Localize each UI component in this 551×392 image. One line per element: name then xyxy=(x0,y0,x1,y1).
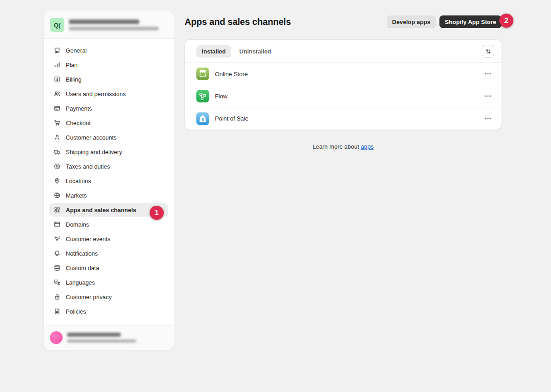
settings-nav: General Plan $ Billing Users and permiss… xyxy=(44,39,174,325)
cart-icon xyxy=(54,119,61,126)
sidebar-item-domains[interactable]: Domains xyxy=(49,218,168,231)
sidebar-item-payments[interactable]: Payments xyxy=(49,102,168,115)
chart-bars-icon xyxy=(54,61,61,68)
receipt-icon: $ xyxy=(54,76,61,83)
annotation-badge-1: 1 xyxy=(150,206,164,220)
store-icon xyxy=(54,47,61,54)
sidebar-item-label: Customer privacy xyxy=(66,294,112,300)
ellipsis-icon xyxy=(484,115,492,122)
app-row-flow[interactable]: Flow xyxy=(185,85,502,107)
person-icon xyxy=(54,134,61,141)
sidebar-item-label: Markets xyxy=(66,192,87,199)
app-row-point-of-sale[interactable]: S Point of Sale xyxy=(185,107,502,130)
database-icon xyxy=(54,264,61,271)
sort-arrows-icon xyxy=(485,48,492,55)
page-title: Apps and sales channels xyxy=(185,17,291,27)
apps-grid-icon xyxy=(54,206,61,213)
percent-icon xyxy=(54,163,61,170)
learn-more-text: Learn more about apps xyxy=(185,143,502,150)
user-avatar xyxy=(50,331,63,344)
sidebar-item-label: Customer accounts xyxy=(66,134,117,141)
sidebar-item-billing[interactable]: $ Billing xyxy=(49,73,168,86)
sidebar-item-customer-privacy[interactable]: Customer privacy xyxy=(49,290,168,304)
sidebar-item-label: Users and permissions xyxy=(66,91,126,97)
sidebar-item-label: Checkout xyxy=(66,120,91,126)
svg-text:$: $ xyxy=(56,77,59,82)
user-name-blurred xyxy=(67,333,121,337)
shopify-settings-page: Q( General Plan $ Billing User xyxy=(0,0,551,392)
annotation-badge-2: 2 xyxy=(499,14,513,28)
sidebar-item-markets[interactable]: Markets xyxy=(49,189,168,202)
sidebar-item-plan[interactable]: Plan xyxy=(49,58,168,72)
app-name: Point of Sale xyxy=(215,115,249,122)
store-email-blurred xyxy=(69,27,159,30)
flow-icon xyxy=(196,90,209,102)
svg-text:A: A xyxy=(55,281,57,283)
globe-icon xyxy=(54,192,61,199)
store-name-blurred xyxy=(69,19,139,24)
sidebar-item-locations[interactable]: Locations xyxy=(49,174,168,188)
ellipsis-icon xyxy=(484,70,492,77)
develop-apps-button[interactable]: Develop apps xyxy=(387,15,436,28)
translate-icon: A xyxy=(54,279,61,286)
sidebar-item-policies[interactable]: Policies xyxy=(49,305,168,318)
store-avatar: Q( xyxy=(50,18,64,32)
app-name: Online Store xyxy=(215,71,248,77)
flow-menu-button[interactable] xyxy=(482,90,494,102)
user-meta xyxy=(67,333,167,343)
document-icon xyxy=(54,308,61,315)
settings-sidebar: Q( General Plan $ Billing User xyxy=(44,11,174,350)
online-store-menu-button[interactable] xyxy=(482,68,494,80)
sidebar-item-label: Billing xyxy=(66,76,82,83)
sidebar-item-languages[interactable]: A Languages xyxy=(49,276,168,289)
svg-text:S: S xyxy=(201,117,204,121)
sidebar-item-customer-events[interactable]: Customer events xyxy=(49,232,168,246)
sidebar-item-label: Customer events xyxy=(66,236,110,242)
sidebar-item-shipping-delivery[interactable]: Shipping and delivery xyxy=(49,145,168,159)
sort-button[interactable] xyxy=(482,45,494,58)
sidebar-item-label: Locations xyxy=(66,178,91,184)
sidebar-item-taxes-duties[interactable]: Taxes and duties xyxy=(49,160,168,173)
sidebar-item-label: Notifications xyxy=(66,250,98,257)
user-email-blurred xyxy=(67,339,136,343)
sidebar-item-customer-accounts[interactable]: Customer accounts xyxy=(49,131,168,144)
apps-card-tabs: Installed Uninstalled xyxy=(185,40,502,63)
header-actions: Develop apps Shopify App Store xyxy=(387,15,502,28)
truck-icon xyxy=(54,148,61,155)
shopify-app-store-button[interactable]: Shopify App Store xyxy=(439,15,502,28)
sidebar-item-notifications[interactable]: Notifications xyxy=(49,247,168,260)
sidebar-item-label: Shipping and delivery xyxy=(66,149,122,155)
store-switcher[interactable]: Q( xyxy=(44,11,174,39)
point-of-sale-icon: S xyxy=(196,112,209,125)
apps-link[interactable]: apps xyxy=(361,143,374,150)
browser-icon xyxy=(54,221,61,228)
sidebar-item-label: Languages xyxy=(66,279,95,286)
app-row-online-store[interactable]: Online Store xyxy=(185,63,502,85)
sidebar-item-custom-data[interactable]: Custom data xyxy=(49,261,168,275)
sidebar-item-checkout[interactable]: Checkout xyxy=(49,116,168,130)
point-of-sale-menu-button[interactable] xyxy=(482,112,494,125)
sidebar-item-label: Domains xyxy=(66,221,89,228)
sidebar-item-label: Payments xyxy=(66,105,92,112)
sidebar-item-label: Plan xyxy=(66,62,78,68)
credit-card-icon xyxy=(54,105,61,112)
pin-icon xyxy=(54,177,61,184)
user-account-footer[interactable] xyxy=(44,325,174,350)
cursor-icon xyxy=(54,235,61,242)
learn-more-label: Learn more about xyxy=(312,143,361,150)
main-header: Apps and sales channels Develop apps Sho… xyxy=(185,0,502,40)
store-initials: Q( xyxy=(54,22,60,29)
tab-uninstalled[interactable]: Uninstalled xyxy=(234,45,277,58)
online-store-icon xyxy=(196,68,209,80)
sidebar-item-label: General xyxy=(66,47,87,54)
sidebar-item-label: Taxes and duties xyxy=(66,163,110,170)
sidebar-item-general[interactable]: General xyxy=(49,44,168,57)
lock-icon xyxy=(54,293,61,300)
store-meta xyxy=(69,19,167,30)
bell-icon xyxy=(54,250,61,257)
users-icon xyxy=(54,90,61,97)
sidebar-item-label: Custom data xyxy=(66,265,99,271)
sidebar-item-users-permissions[interactable]: Users and permissions xyxy=(49,87,168,101)
tab-installed[interactable]: Installed xyxy=(196,45,231,58)
main-content: Apps and sales channels Develop apps Sho… xyxy=(185,0,502,150)
